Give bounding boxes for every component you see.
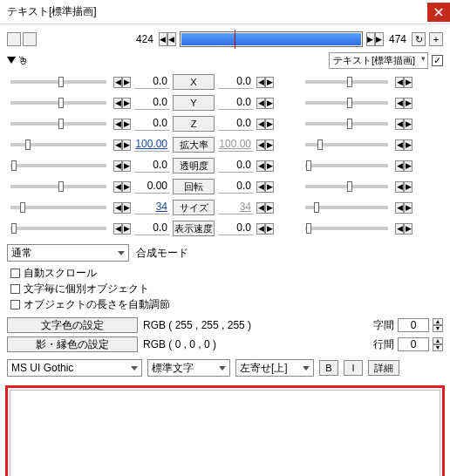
param-inc-right2[interactable]: ▶ [404,223,412,235]
param-label-button[interactable]: サイズ [173,200,215,215]
param-slider-left[interactable] [10,122,106,126]
font-style-dropdown[interactable]: 標準文字 [147,359,230,377]
param-dec-right[interactable]: ◀ [256,181,265,193]
align-dropdown[interactable]: 左寄せ[上] [235,359,314,377]
param-value-left[interactable]: 0.0 [134,159,169,173]
font-family-dropdown[interactable]: MS UI Gothic [7,359,142,377]
param-inc-left[interactable]: ▶ [122,139,131,151]
param-label-button[interactable]: Y [173,95,215,111]
param-label-button[interactable]: X [173,74,215,90]
param-value-left[interactable]: 0.0 [134,96,169,110]
cam-button-2[interactable] [23,32,37,46]
param-slider-left[interactable] [10,164,106,167]
redo-button[interactable]: ↻ [412,32,426,46]
param-slider-left[interactable] [10,206,106,209]
seek-prev[interactable]: ◀ [159,32,167,46]
italic-button[interactable]: I [344,360,363,376]
param-value-right[interactable]: 34 [218,201,253,214]
param-value-left[interactable]: 0.0 [134,117,169,131]
option-checkbox[interactable] [10,300,20,309]
param-dec-right[interactable]: ◀ [256,119,265,130]
param-dec-left[interactable]: ◀ [113,202,122,214]
seekbar-cursor[interactable] [235,30,235,49]
param-value-right[interactable]: 0.0 [218,117,253,131]
param-dec-right2[interactable]: ◀ [395,139,404,151]
seek-next[interactable]: ▶ [366,32,375,46]
param-inc-left[interactable]: ▶ [122,119,131,130]
param-slider-right[interactable] [305,164,388,167]
param-slider-left[interactable] [10,80,106,84]
param-value-left[interactable]: 34 [134,201,169,214]
param-label-button[interactable]: Z [173,116,215,132]
param-dec-left[interactable]: ◀ [113,98,122,109]
param-inc-right2[interactable]: ▶ [404,160,412,172]
param-inc-left[interactable]: ▶ [122,77,131,88]
line-spacing-down[interactable]: ▼ [433,344,443,351]
filter-tag[interactable]: テキスト[標準描画] [329,52,428,69]
param-slider-right[interactable] [305,80,388,84]
param-label-button[interactable]: 回転 [173,179,215,194]
param-value-right[interactable]: 0.0 [218,221,253,235]
char-spacing-up[interactable]: ▲ [433,318,443,325]
param-value-left[interactable]: 0.00 [134,180,169,194]
param-inc-right2[interactable]: ▶ [404,139,412,151]
param-dec-right[interactable]: ◀ [256,98,265,109]
param-dec-right[interactable]: ◀ [256,139,265,151]
text-input[interactable] [10,390,440,476]
param-dec-left[interactable]: ◀ [113,77,122,88]
param-value-right[interactable]: 0.0 [218,96,253,110]
param-slider-right[interactable] [305,206,388,209]
param-slider-right[interactable] [305,143,388,146]
param-slider-left[interactable] [10,143,106,146]
blend-mode-dropdown[interactable]: 通常 [7,244,129,262]
param-inc-right[interactable]: ▶ [265,119,274,130]
param-value-right[interactable]: 100.00 [218,138,253,152]
collapse-icon[interactable] [7,57,16,64]
detail-button[interactable]: 詳細 [368,360,399,376]
param-inc-left[interactable]: ▶ [122,223,131,235]
seekbar[interactable] [180,31,363,47]
param-inc-right[interactable]: ▶ [265,160,274,172]
param-label-button[interactable]: 表示速度 [173,221,215,236]
param-inc-right[interactable]: ▶ [265,223,274,235]
param-inc-left[interactable]: ▶ [122,160,131,172]
param-inc-right[interactable]: ▶ [265,98,274,109]
close-button[interactable] [427,3,450,22]
param-dec-right2[interactable]: ◀ [395,77,404,88]
param-slider-right[interactable] [305,227,388,230]
cam-button-1[interactable] [7,32,21,46]
filter-enable-checkbox[interactable]: ✓ [432,55,443,66]
param-dec-right[interactable]: ◀ [256,223,265,235]
param-slider-right[interactable] [305,122,388,126]
param-inc-right[interactable]: ▶ [265,202,274,214]
char-spacing-input[interactable] [398,318,429,332]
line-spacing-input[interactable] [398,337,429,351]
bold-button[interactable]: B [319,360,338,376]
param-inc-right2[interactable]: ▶ [404,202,412,214]
param-dec-left[interactable]: ◀ [113,181,122,193]
param-dec-right2[interactable]: ◀ [395,181,404,193]
seek-next2[interactable]: ▶ [375,32,384,46]
param-slider-left[interactable] [10,227,106,230]
param-inc-right2[interactable]: ▶ [404,98,412,109]
param-slider-right[interactable] [305,185,388,188]
param-dec-right2[interactable]: ◀ [395,160,404,172]
param-inc-right2[interactable]: ▶ [404,77,412,88]
param-value-right[interactable]: 0.0 [218,180,253,194]
param-inc-right2[interactable]: ▶ [404,181,412,193]
shadow-color-button[interactable]: 影・縁色の設定 [7,337,138,352]
param-inc-right[interactable]: ▶ [265,181,274,193]
option-checkbox[interactable] [10,284,20,294]
param-dec-left[interactable]: ◀ [113,160,122,172]
param-inc-right[interactable]: ▶ [265,77,274,88]
mouse-icon[interactable]: 🖰 [17,54,29,67]
param-inc-left[interactable]: ▶ [122,202,131,214]
char-spacing-down[interactable]: ▼ [433,325,443,332]
param-dec-left[interactable]: ◀ [113,139,122,151]
param-inc-right[interactable]: ▶ [265,139,274,151]
param-slider-right[interactable] [305,101,388,105]
param-slider-left[interactable] [10,185,106,188]
param-inc-left[interactable]: ▶ [122,98,131,109]
param-dec-left[interactable]: ◀ [113,223,122,235]
param-inc-right2[interactable]: ▶ [404,119,412,130]
